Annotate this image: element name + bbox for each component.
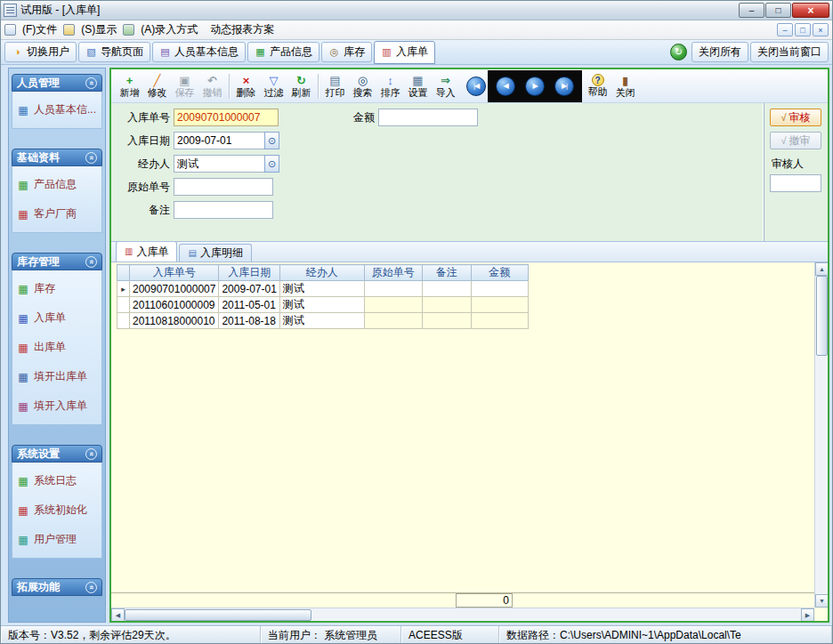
scroll-right-icon[interactable]: ▶ [801,608,814,621]
tab-inventory[interactable]: ◎ 库存 [321,42,372,62]
scroll-left-icon[interactable]: ◀ [111,608,125,621]
vertical-scrollbar[interactable]: ▲ ▼ [814,262,828,608]
auditor-field[interactable] [770,174,821,192]
cell[interactable]: 2009-07-01 [219,281,279,297]
sidebar-item-customers[interactable]: ▦ 客户厂商 [17,206,97,221]
menu-display[interactable]: (S)显示 [75,20,123,39]
menu-file[interactable]: (F)文件 [16,20,63,39]
cell[interactable] [422,297,471,313]
amount-field[interactable] [378,109,478,126]
nav-last-button[interactable]: ▶| [554,76,574,96]
cell[interactable]: 20090701000007 [130,281,219,297]
help-button[interactable]: ? 帮助 [584,70,611,102]
close-all-button[interactable]: 关闭所有 [691,42,748,62]
nav-next-button[interactable]: ▶ [525,76,545,96]
save-button[interactable]: ▣ 保存 [171,70,198,102]
nav-first-button[interactable]: |◀ [466,76,486,96]
horizontal-scroll-thumb[interactable] [125,609,311,621]
cell[interactable]: 测试 [279,313,364,329]
tab-personnel-info[interactable]: ▤ 人员基本信息 [152,42,246,62]
mdi-restore-button[interactable]: □ [795,23,811,36]
cell[interactable]: 20110601000009 [130,297,219,313]
row-selector[interactable] [117,297,130,313]
sidebar-item-system-init[interactable]: ▦ 系统初始化 [17,503,97,518]
sidebar-item-fill-outbound[interactable]: ▦ 填开出库单 [17,369,97,384]
section-header-personnel[interactable]: 人员管理 « [12,74,102,92]
print-button[interactable]: ▤ 打印 [321,70,349,102]
close-current-window-button[interactable]: 关闭当前窗口 [750,42,829,62]
table-row[interactable]: ▸ 20090701000007 2009-07-01 测试 [117,281,529,297]
sidebar-item-fill-inbound[interactable]: ▦ 填开入库单 [17,398,97,414]
delete-button[interactable]: × 删除 [232,70,260,102]
restore-button[interactable]: □ [765,3,791,18]
table-row[interactable]: 20110818000010 2011-08-18 测试 [117,313,529,329]
scroll-up-icon[interactable]: ▲ [815,262,828,276]
collapse-icon[interactable]: « [85,152,97,164]
order-no-field[interactable]: 20090701000007 [174,109,279,126]
sidebar-item-stock[interactable]: ▦ 库存 [17,281,97,296]
cell[interactable] [471,313,528,329]
column-header[interactable]: 经办人 [279,265,364,281]
column-header[interactable]: 入库日期 [219,265,279,281]
tab-navigation-page[interactable]: ▧ 导航页面 [78,42,150,62]
sidebar-item-user-management[interactable]: ▦ 用户管理 [17,532,97,547]
cell[interactable] [422,281,471,297]
section-header-system[interactable]: 系统设置 « [12,445,102,463]
cell[interactable] [422,313,471,329]
cell[interactable] [364,281,422,297]
refresh-button[interactable]: ↻ 刷新 [287,70,315,102]
collapse-icon[interactable]: « [85,448,97,460]
tab-order-list[interactable]: ▥ 入库单 [116,241,177,262]
sidebar-item-inbound-order[interactable]: ▦ 入库单 [17,310,97,326]
table-row[interactable]: 20110601000009 2011-05-01 测试 [117,297,529,313]
handler-field[interactable]: 测试 [174,155,265,173]
close-form-button[interactable]: ▮ 关闭 [611,70,639,102]
audit-button[interactable]: √ 审核 [770,109,821,126]
scroll-down-icon[interactable]: ▼ [815,594,828,608]
sidebar-item-outbound-order[interactable]: ▦ 出库单 [17,340,97,355]
sidebar-item-system-log[interactable]: ▦ 系统日志 [17,473,97,488]
filter-button[interactable]: ▽ 过滤 [260,70,287,102]
switch-user-button[interactable]: ◑ 切换用户 [4,42,77,62]
nav-prev-button[interactable]: ◀ [496,76,515,96]
cell[interactable] [471,297,528,313]
new-button[interactable]: + 新增 [116,70,143,102]
section-header-inventory[interactable]: 库存管理 « [12,253,102,270]
section-header-basic-data[interactable]: 基础资料 « [12,149,102,166]
tab-order-detail[interactable]: ▤ 入库明细 [179,244,251,262]
menu-dynamic-report[interactable]: 动态报表方案 [204,20,280,39]
cell[interactable] [364,313,422,329]
tab-product-info[interactable]: ▦ 产品信息 [247,42,319,62]
column-header[interactable]: 备注 [422,265,471,281]
date-picker-icon[interactable]: ⊙ [264,132,279,149]
cell[interactable]: 测试 [279,297,364,313]
date-field[interactable]: 2009-07-01 [174,132,265,149]
cell[interactable] [364,297,422,313]
tab-inbound-order[interactable]: ▥ 入库单 [374,41,435,64]
minimize-button[interactable]: – [739,3,764,18]
collapse-icon[interactable]: « [85,582,97,593]
sort-button[interactable]: ↕ 排序 [376,70,404,102]
cell[interactable] [471,281,528,297]
settings-button[interactable]: ▦ 设置 [404,70,432,102]
import-button[interactable]: ⇒ 导入 [432,70,459,102]
collapse-icon[interactable]: « [85,77,97,89]
remark-field[interactable] [174,201,273,219]
vertical-scroll-thumb[interactable] [816,276,828,356]
column-header[interactable]: 入库单号 [130,265,219,281]
menu-input-mode[interactable]: (A)录入方式 [134,20,204,39]
cell[interactable]: 20110818000010 [130,313,219,329]
row-selector[interactable] [117,313,130,329]
modify-button[interactable]: ╱ 修改 [143,70,171,102]
undo-button[interactable]: ↶ 撤销 [198,70,226,102]
cell[interactable]: 2011-08-18 [219,313,279,329]
column-header[interactable]: 原始单号 [364,265,422,281]
mdi-minimize-button[interactable]: – [777,23,793,36]
close-button[interactable]: × [792,3,829,18]
sidebar-item-product-info[interactable]: ▦ 产品信息 [17,177,97,192]
mdi-close-button[interactable]: × [813,23,829,36]
sidebar-item-personnel-info[interactable]: ▦ 人员基本信... [17,102,97,117]
collapse-icon[interactable]: « [85,256,97,268]
cell[interactable]: 2011-05-01 [219,297,279,313]
section-header-extensions[interactable]: 拓展功能 « [12,578,102,596]
